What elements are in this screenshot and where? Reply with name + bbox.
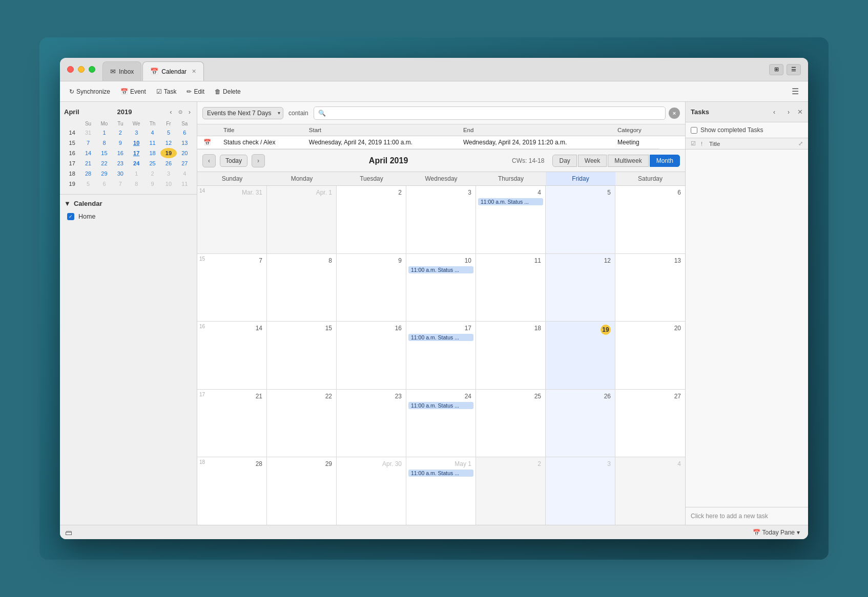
- mini-cal-today-dot[interactable]: ⊙: [176, 108, 184, 116]
- col-start[interactable]: Start: [303, 124, 457, 136]
- month-cell-24[interactable]: 24 11:00 a.m. Status ...: [406, 390, 476, 457]
- tab-day[interactable]: Day: [552, 155, 576, 167]
- mini-day[interactable]: 9: [144, 179, 160, 189]
- search-input[interactable]: [328, 110, 661, 117]
- mini-day[interactable]: 11: [177, 179, 193, 189]
- mini-day[interactable]: 26: [160, 158, 176, 168]
- month-cell[interactable]: 17 21: [197, 390, 267, 457]
- month-cell[interactable]: Apr. 30: [337, 457, 406, 525]
- tab-close-icon[interactable]: ✕: [192, 68, 196, 75]
- month-cell[interactable]: 26: [546, 390, 615, 457]
- mini-day[interactable]: 14: [80, 148, 96, 158]
- tab-inbox[interactable]: ✉ Inbox: [102, 61, 141, 81]
- maximize-button[interactable]: [89, 66, 95, 73]
- cal-prev-btn[interactable]: ‹: [202, 154, 216, 167]
- month-cell[interactable]: 9: [337, 254, 406, 322]
- close-button[interactable]: [67, 66, 74, 73]
- list-view-btn[interactable]: ☰: [787, 64, 801, 75]
- mini-day[interactable]: 5: [160, 127, 176, 138]
- edit-button[interactable]: ✏ Edit: [182, 86, 209, 97]
- col-end[interactable]: End: [457, 124, 611, 136]
- tasks-prev-btn[interactable]: ‹: [769, 106, 780, 118]
- event-button[interactable]: 📅 Event: [116, 86, 150, 97]
- tab-calendar[interactable]: 📅 Calendar ✕: [142, 61, 204, 81]
- month-cell[interactable]: 13: [615, 254, 685, 322]
- home-calendar-checkbox[interactable]: ✓: [67, 213, 74, 220]
- grid-view-btn[interactable]: ⊞: [769, 64, 783, 75]
- month-cell[interactable]: 22: [267, 390, 337, 457]
- month-cell[interactable]: 16: [337, 322, 406, 389]
- mini-day[interactable]: 16: [112, 148, 128, 158]
- mini-day[interactable]: 20: [177, 148, 193, 158]
- month-cell-may1[interactable]: May 1 11:00 a.m. Status ...: [406, 457, 476, 525]
- mini-day-today[interactable]: 19: [160, 148, 176, 158]
- mini-day[interactable]: 10: [160, 179, 176, 189]
- month-cell[interactable]: 2: [476, 457, 546, 525]
- clear-filter-button[interactable]: ×: [669, 108, 680, 119]
- mini-day-selected[interactable]: 24: [129, 158, 144, 168]
- mini-day[interactable]: 29: [96, 168, 112, 179]
- mini-day[interactable]: 22: [96, 158, 112, 168]
- mini-day[interactable]: 2: [144, 168, 160, 179]
- mini-day[interactable]: 31: [80, 127, 96, 138]
- mini-day[interactable]: 21: [80, 158, 96, 168]
- filter-select[interactable]: Events the Next 7 Days All Events Today'…: [202, 107, 283, 119]
- tab-month[interactable]: Month: [650, 155, 680, 167]
- add-task-btn[interactable]: Click here to add a new task: [686, 507, 808, 525]
- month-cell[interactable]: 23: [337, 390, 406, 457]
- month-cell[interactable]: 25: [476, 390, 546, 457]
- tab-week[interactable]: Week: [578, 155, 607, 167]
- mini-day[interactable]: 12: [160, 138, 176, 148]
- mini-day[interactable]: 17: [129, 148, 144, 158]
- cal-next-btn[interactable]: ›: [252, 154, 265, 167]
- mini-day[interactable]: 27: [177, 158, 193, 168]
- mini-day[interactable]: 28: [80, 168, 96, 179]
- month-cell[interactable]: 8: [267, 254, 337, 322]
- col-expand-icon[interactable]: ⤢: [798, 140, 803, 147]
- mini-cal-prev[interactable]: ‹: [168, 107, 174, 117]
- synchronize-button[interactable]: ↻ Synchronize: [65, 86, 114, 97]
- mini-day[interactable]: 1: [96, 127, 112, 138]
- tasks-next-btn[interactable]: ›: [783, 106, 794, 118]
- month-cell[interactable]: 6: [615, 186, 685, 253]
- month-cell[interactable]: 18: [476, 322, 546, 389]
- month-cell-4[interactable]: 4 11:00 a.m. Status ...: [476, 186, 546, 253]
- calendar-item-home[interactable]: ✓ Home: [64, 211, 193, 222]
- event-chip[interactable]: 11:00 a.m. Status ...: [478, 198, 543, 205]
- event-chip[interactable]: 11:00 a.m. Status ...: [408, 334, 473, 341]
- col-category[interactable]: Category: [611, 124, 659, 136]
- mini-day[interactable]: 6: [96, 179, 112, 189]
- month-cell[interactable]: 2: [337, 186, 406, 253]
- month-cell[interactable]: 29: [267, 457, 337, 525]
- delete-button[interactable]: 🗑 Delete: [211, 86, 245, 97]
- month-cell[interactable]: 11: [476, 254, 546, 322]
- tab-multiweek[interactable]: Multiweek: [608, 155, 648, 167]
- event-chip[interactable]: 11:00 a.m. Status ...: [408, 470, 473, 477]
- minimize-button[interactable]: [78, 66, 85, 73]
- mini-day[interactable]: 8: [129, 179, 144, 189]
- month-cell-17[interactable]: 17 11:00 a.m. Status ...: [406, 322, 476, 389]
- mini-day[interactable]: 7: [80, 138, 96, 148]
- mini-day[interactable]: 7: [112, 179, 128, 189]
- mini-day[interactable]: 25: [144, 158, 160, 168]
- mini-day[interactable]: 3: [160, 168, 176, 179]
- today-pane-button[interactable]: 📅 Today Pane ▾: [750, 528, 803, 537]
- mini-day[interactable]: 6: [177, 127, 193, 138]
- month-cell-today[interactable]: 19: [546, 322, 615, 389]
- mini-day[interactable]: 8: [96, 138, 112, 148]
- result-row-0[interactable]: 📅 Status check / Alex Wednesday, April 2…: [197, 136, 685, 149]
- mini-day[interactable]: 1: [129, 168, 144, 179]
- mini-day[interactable]: 2: [112, 127, 128, 138]
- month-cell[interactable]: 3: [546, 457, 615, 525]
- month-cell[interactable]: 5: [546, 186, 615, 253]
- month-cell-10[interactable]: 10 11:00 a.m. Status ...: [406, 254, 476, 322]
- mini-day[interactable]: 4: [177, 168, 193, 179]
- month-cell[interactable]: 18 28: [197, 457, 267, 525]
- col-title[interactable]: Title: [217, 124, 303, 136]
- calendars-header[interactable]: ▼ Calendar: [64, 200, 193, 207]
- mini-cal-next[interactable]: ›: [187, 107, 193, 117]
- show-completed-checkbox[interactable]: [691, 127, 697, 134]
- mini-day[interactable]: 4: [144, 127, 160, 138]
- mini-day[interactable]: 11: [144, 138, 160, 148]
- mini-day[interactable]: 13: [177, 138, 193, 148]
